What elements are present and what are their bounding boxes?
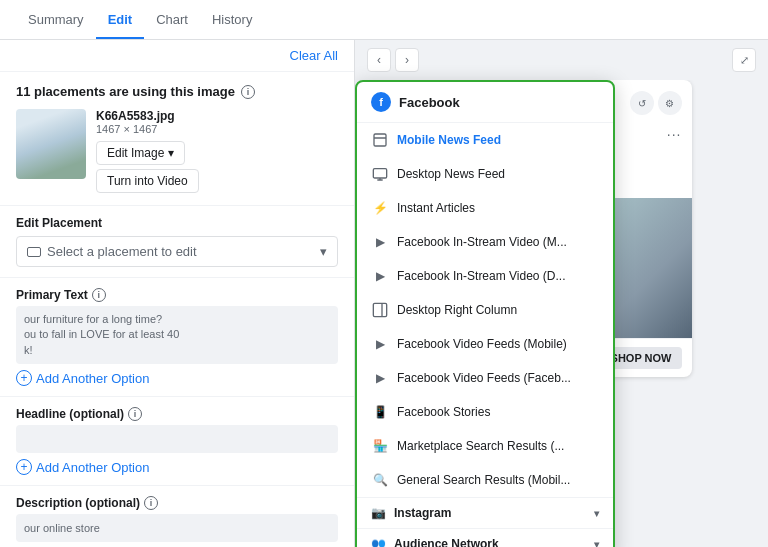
tab-summary[interactable]: Summary — [16, 2, 96, 39]
clear-all-button[interactable]: Clear All — [290, 48, 338, 63]
fb-video-feeds-icon: ▶ — [371, 369, 389, 387]
audience-network-chevron-icon — [594, 539, 599, 548]
fb-stories-label: Facebook Stories — [397, 405, 490, 419]
svg-rect-5 — [373, 303, 386, 316]
ad-refresh-icon[interactable]: ↺ — [630, 91, 654, 115]
tabs-bar: Summary Edit Chart History — [0, 0, 768, 40]
placement-item-fb-stories[interactable]: 📱 Facebook Stories — [357, 395, 613, 429]
placement-item-general-search[interactable]: 🔍 General Search Results (Mobil... — [357, 463, 613, 497]
fb-instream-desktop-icon: ▶ — [371, 267, 389, 285]
instagram-chevron-icon — [594, 508, 599, 519]
placement-item-marketplace-search[interactable]: 🏪 Marketplace Search Results (... — [357, 429, 613, 463]
audience-network-section-header[interactable]: 👥 Audience Network — [357, 528, 613, 547]
general-search-icon: 🔍 — [371, 471, 389, 489]
primary-text-label: Primary Text — [16, 288, 88, 302]
description-preview: our online store — [16, 514, 338, 542]
audience-network-icon: 👥 — [371, 537, 386, 547]
tab-chart[interactable]: Chart — [144, 2, 200, 39]
placement-item-desktop-news-feed[interactable]: Desktop News Feed — [357, 157, 613, 191]
placements-info-icon: i — [241, 85, 255, 99]
placement-item-desktop-right-column[interactable]: Desktop Right Column — [357, 293, 613, 327]
description-info-icon: i — [144, 496, 158, 510]
instant-articles-icon: ⚡ — [371, 199, 389, 217]
audience-network-label: Audience Network — [394, 537, 499, 547]
fb-instream-mobile-label: Facebook In-Stream Video (M... — [397, 235, 567, 249]
headline-add-option-circle-icon: + — [16, 459, 32, 475]
dropdown-platform-label: Facebook — [399, 95, 460, 110]
facebook-platform-icon: f — [371, 92, 391, 112]
headline-add-option-button[interactable]: + Add Another Option — [16, 459, 149, 475]
headline-add-option-label: Add Another Option — [36, 460, 149, 475]
prev-arrow-button[interactable]: ‹ — [367, 48, 391, 72]
expand-button[interactable]: ⤢ — [732, 48, 756, 72]
right-panel: ‹ › ⤢ Facebook Sponsored — [355, 40, 768, 547]
nav-arrows: ‹ › — [367, 48, 419, 72]
marketplace-search-label: Marketplace Search Results (... — [397, 439, 564, 453]
next-arrow-button[interactable]: › — [395, 48, 419, 72]
fb-video-feeds-label: Facebook Video Feeds (Faceb... — [397, 371, 571, 385]
primary-text-add-option-button[interactable]: + Add Another Option — [16, 370, 149, 386]
left-panel: Clear All 11 placements are using this i… — [0, 40, 355, 547]
placement-item-fb-instream-mobile[interactable]: ▶ Facebook In-Stream Video (M... — [357, 225, 613, 259]
fb-instream-mobile-icon: ▶ — [371, 233, 389, 251]
fb-stories-icon: 📱 — [371, 403, 389, 421]
placement-dropdown-overlay: f Facebook Mobile News Feed Desktop News… — [355, 80, 615, 547]
instant-articles-label: Instant Articles — [397, 201, 475, 215]
desktop-right-column-icon — [371, 301, 389, 319]
headline-label: Headline (optional) — [16, 407, 124, 421]
turn-into-video-button[interactable]: Turn into Video — [96, 169, 199, 193]
placement-rect-icon — [27, 247, 41, 257]
desktop-news-feed-label: Desktop News Feed — [397, 167, 505, 181]
instagram-section-header[interactable]: 📷 Instagram — [357, 497, 613, 528]
edit-placement-label: Edit Placement — [16, 216, 338, 230]
placement-placeholder: Select a placement to edit — [47, 244, 197, 259]
placement-item-fb-instream-desktop[interactable]: ▶ Facebook In-Stream Video (D... — [357, 259, 613, 293]
mobile-news-feed-label: Mobile News Feed — [397, 133, 501, 147]
placement-chevron-icon: ▾ — [320, 244, 327, 259]
image-filename: K66A5583.jpg — [96, 109, 338, 123]
headline-info-icon: i — [128, 407, 142, 421]
desktop-right-column-label: Desktop Right Column — [397, 303, 517, 317]
mobile-news-feed-icon — [371, 131, 389, 149]
placements-info-text: 11 placements are using this image — [16, 84, 235, 99]
edit-image-button[interactable]: Edit Image ▾ — [96, 141, 185, 165]
headline-input-bar — [16, 425, 338, 453]
fb-video-feeds-mobile-label: Facebook Video Feeds (Mobile) — [397, 337, 567, 351]
placement-item-mobile-news-feed[interactable]: Mobile News Feed — [357, 123, 613, 157]
primary-text-info-icon: i — [92, 288, 106, 302]
placement-item-instant-articles[interactable]: ⚡ Instant Articles — [357, 191, 613, 225]
add-option-circle-icon: + — [16, 370, 32, 386]
tab-history[interactable]: History — [200, 2, 264, 39]
instagram-label: Instagram — [394, 506, 451, 520]
select-placement-dropdown[interactable]: Select a placement to edit ▾ — [16, 236, 338, 267]
fb-instream-desktop-label: Facebook In-Stream Video (D... — [397, 269, 566, 283]
primary-text-add-option-label: Add Another Option — [36, 371, 149, 386]
svg-rect-0 — [374, 134, 386, 146]
placement-item-fb-video-feeds[interactable]: ▶ Facebook Video Feeds (Faceb... — [357, 361, 613, 395]
tab-edit[interactable]: Edit — [96, 2, 145, 39]
svg-rect-2 — [373, 169, 386, 178]
edit-image-chevron: ▾ — [168, 146, 174, 160]
fb-video-feeds-mobile-icon: ▶ — [371, 335, 389, 353]
marketplace-search-icon: 🏪 — [371, 437, 389, 455]
image-thumbnail — [16, 109, 86, 179]
ad-settings-icon[interactable]: ⚙ — [658, 91, 682, 115]
instagram-icon: 📷 — [371, 506, 386, 520]
general-search-label: General Search Results (Mobil... — [397, 473, 570, 487]
placement-item-fb-video-feeds-mobile[interactable]: ▶ Facebook Video Feeds (Mobile) — [357, 327, 613, 361]
primary-text-preview: our furniture for a long time? ou to fal… — [16, 306, 338, 364]
desktop-news-feed-icon — [371, 165, 389, 183]
image-dimensions: 1467 × 1467 — [96, 123, 338, 135]
description-label: Description (optional) — [16, 496, 140, 510]
